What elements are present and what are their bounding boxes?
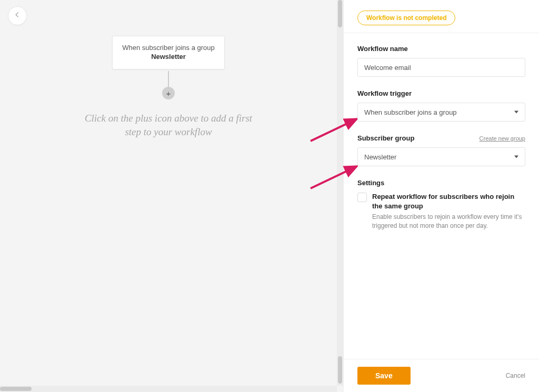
workflow-canvas: When subscriber joins a group Newsletter…: [0, 0, 343, 392]
panel-header: Workflow is not completed: [344, 0, 539, 33]
settings-section: Settings Repeat workflow for subscribers…: [357, 179, 525, 231]
trigger-node-value: Newsletter: [118, 53, 219, 61]
scrollbar-thumb-top[interactable]: [338, 0, 342, 27]
chevron-down-icon: [514, 156, 518, 158]
subscriber-group-value: Newsletter: [364, 153, 396, 161]
hint-line-1: Click on the plus icon above to add a fi…: [85, 113, 252, 124]
hint-line-2: step to your workflow: [125, 126, 212, 137]
trigger-node[interactable]: When subscriber joins a group Newsletter: [112, 36, 225, 69]
create-new-group-link[interactable]: Create new group: [480, 135, 525, 142]
scrollbar-track: [337, 0, 343, 386]
cancel-button[interactable]: Cancel: [506, 372, 525, 379]
settings-panel: Workflow is not completed Workflow name …: [343, 0, 539, 392]
canvas-hint-text: Click on the plus icon above to add a fi…: [58, 112, 279, 138]
add-step-button[interactable]: +: [162, 87, 175, 99]
subscriber-group-label: Subscriber group: [357, 134, 414, 142]
trigger-node-title: When subscriber joins a group: [118, 44, 219, 52]
save-button[interactable]: Save: [357, 367, 411, 385]
subscriber-group-field: Subscriber group Create new group Newsle…: [357, 134, 525, 166]
repeat-workflow-label: Repeat workflow for subscribers who rejo…: [372, 192, 525, 210]
repeat-workflow-text: Repeat workflow for subscribers who rejo…: [372, 192, 525, 231]
panel-body: Workflow name Workflow trigger When subs…: [344, 33, 539, 359]
canvas-viewport: When subscriber joins a group Newsletter…: [0, 0, 337, 386]
scrollbar-thumb-bottom[interactable]: [338, 356, 342, 384]
chevron-down-icon: [514, 111, 518, 114]
repeat-workflow-checkbox[interactable]: [357, 193, 367, 202]
workflow-trigger-value: When subscriber joins a group: [364, 108, 457, 116]
node-connector: [168, 71, 169, 89]
workflow-name-field: Workflow name: [357, 45, 525, 77]
repeat-workflow-option: Repeat workflow for subscribers who rejo…: [357, 192, 525, 231]
workflow-name-input[interactable]: [357, 58, 525, 77]
status-badge: Workflow is not completed: [357, 11, 455, 25]
repeat-workflow-description: Enable subscribers to rejoin a workflow …: [372, 213, 525, 231]
app-root: When subscriber joins a group Newsletter…: [0, 0, 539, 392]
workflow-trigger-select[interactable]: When subscriber joins a group: [357, 103, 525, 122]
back-button[interactable]: [8, 6, 27, 25]
plus-icon: +: [166, 89, 171, 97]
workflow-name-label: Workflow name: [357, 45, 525, 53]
panel-footer: Save Cancel: [344, 359, 539, 392]
scrollbar-thumb-left[interactable]: [0, 387, 32, 391]
workflow-trigger-field: Workflow trigger When subscriber joins a…: [357, 89, 525, 122]
canvas-horizontal-scrollbar[interactable]: [0, 386, 337, 392]
canvas-vertical-scrollbar[interactable]: [337, 0, 343, 386]
subscriber-group-select[interactable]: Newsletter: [357, 147, 525, 166]
arrow-left-icon: [14, 11, 21, 21]
settings-heading: Settings: [357, 179, 525, 187]
workflow-trigger-label: Workflow trigger: [357, 89, 525, 97]
